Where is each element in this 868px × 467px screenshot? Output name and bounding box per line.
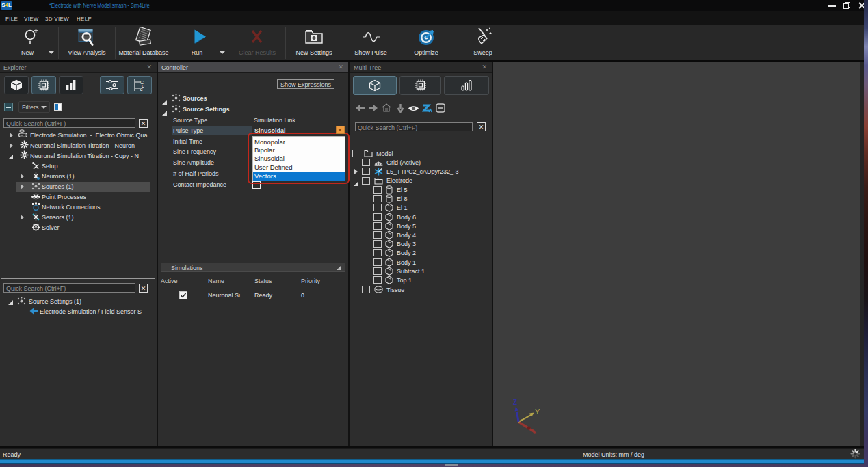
svg-text:Z: Z — [513, 399, 517, 406]
svg-text:Y: Y — [535, 408, 540, 416]
svg-text:c: c — [140, 86, 143, 92]
